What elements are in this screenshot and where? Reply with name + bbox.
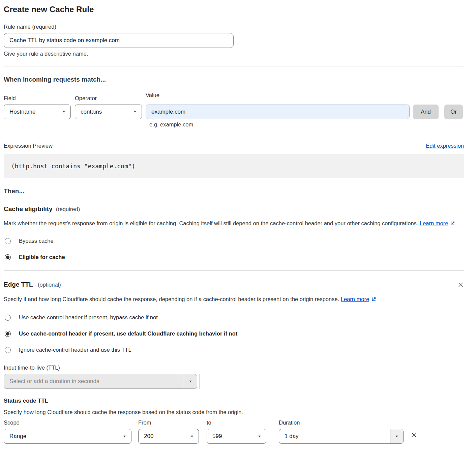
chevron-down-icon: ▼ [189,380,192,383]
cache-eligibility-description: Mark whether the request's response from… [4,219,457,228]
cache-eligibility-required-tag: (required) [56,206,80,212]
chevron-down-icon: ▼ [133,110,137,113]
value-input[interactable] [146,105,410,119]
expression-preview-box: (http.host contains "example.com") [4,154,464,178]
field-select[interactable]: Hostname ▼ [4,105,71,119]
learn-more-link[interactable]: Learn more [420,220,448,226]
external-link-icon [371,297,376,302]
divider [4,270,464,271]
operator-label: Operator [75,95,142,102]
radio-icon [5,347,11,353]
expression-code: (http.host contains "example.com") [11,163,135,170]
radio-option-use-header-default[interactable]: Use cache-control header if present, use… [4,330,464,337]
scope-select[interactable]: Range ▼ [4,429,131,444]
value-helper: e.g. example.com [149,121,464,128]
radio-icon [5,238,11,244]
scope-label: Scope [4,419,131,426]
focus-caret [199,374,200,389]
ttl-select-placeholder: Select or add a duration in seconds [4,374,184,388]
to-select[interactable]: 599 ▼ [207,429,266,444]
then-heading: Then... [4,187,464,195]
external-link-icon [450,221,455,226]
page-title: Create new Cache Rule [4,5,464,14]
radio-option-eligible-for-cache[interactable]: Eligible for cache [4,254,464,260]
and-button[interactable]: And [413,105,439,119]
chevron-down-icon: ▼ [62,110,66,113]
match-heading: When incoming requests match... [4,76,464,83]
from-select[interactable]: 200 ▼ [138,429,199,444]
ttl-duration-select[interactable]: Select or add a duration in seconds ▼ [4,374,197,389]
operator-select-value: contains [81,109,133,115]
edge-ttl-optional-tag: (optional) [38,282,61,288]
duration-select[interactable]: 1 day ▼ [279,429,404,444]
rule-name-input[interactable] [4,33,234,48]
to-select-value: 599 [212,433,258,440]
value-label: Value [146,92,410,98]
divider [4,66,464,66]
rule-name-label: Rule name (required) [4,24,464,30]
radio-option-use-header-bypass[interactable]: Use cache-control header if present, byp… [4,314,464,321]
learn-more-link[interactable]: Learn more [341,296,369,302]
chevron-down-icon: ▼ [190,435,194,438]
chevron-down-icon: ▼ [395,435,399,438]
radio-option-ignore-header[interactable]: Ignore cache-control header and use this… [4,347,464,353]
scope-select-value: Range [9,433,123,440]
field-label: Field [4,95,71,102]
radio-icon [5,315,11,321]
expression-preview-label: Expression Preview [4,143,53,149]
duration-select-value: 1 day [279,429,390,443]
chevron-down-icon: ▼ [258,435,261,438]
status-code-ttl-row: Scope Range ▼ From 200 ▼ to 599 ▼ Durati… [4,419,464,444]
field-select-value: Hostname [9,109,62,115]
cache-eligibility-heading: Cache eligibility [4,205,53,213]
operator-select[interactable]: contains ▼ [75,105,142,119]
edge-ttl-description: Specify if and how long Cloudflare shoul… [4,294,457,304]
rule-name-helper: Give your rule a descriptive name. [4,51,464,57]
status-code-ttl-heading: Status code TTL [4,398,464,404]
radio-checked-icon [5,254,11,260]
from-label: From [138,419,199,426]
radio-checked-icon [5,331,11,337]
status-code-ttl-description: Specify how long Cloudflare should cache… [4,409,464,415]
edit-expression-link[interactable]: Edit expression [426,143,464,149]
chevron-down-icon: ▼ [123,435,126,438]
delete-row-icon[interactable] [411,432,418,440]
match-condition-row: Field Hostname ▼ Operator contains ▼ Val… [4,92,464,119]
edge-ttl-heading: Edge TTL [4,281,33,288]
to-label: to [207,419,266,426]
duration-label: Duration [279,419,404,426]
from-select-value: 200 [144,433,190,440]
radio-option-bypass-cache[interactable]: Bypass cache [4,238,464,244]
close-icon[interactable] [457,282,464,289]
ttl-input-label: Input time-to-live (TTL) [4,365,464,371]
or-button[interactable]: Or [444,105,463,119]
